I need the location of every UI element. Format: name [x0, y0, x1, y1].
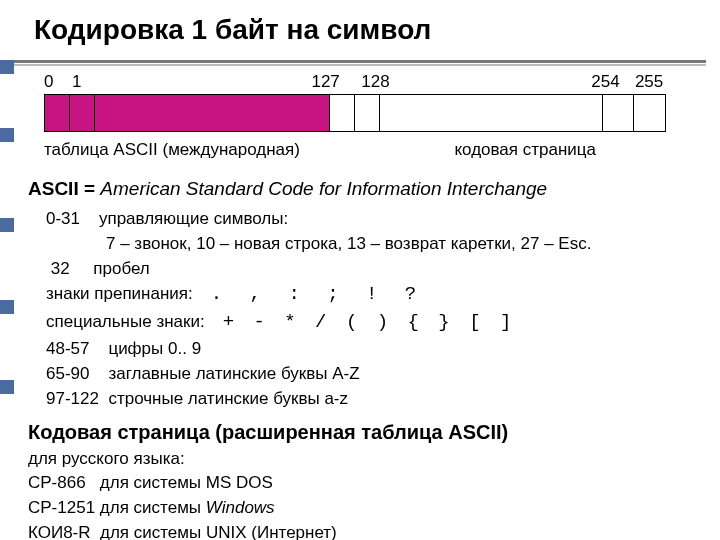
- cp1251-windows: Windows: [206, 498, 275, 517]
- cp866-row: CP-866 для системы MS DOS: [28, 472, 692, 495]
- title-underline: [14, 60, 706, 68]
- punct-label: знаки препинания:: [46, 283, 193, 306]
- byte-row: [44, 94, 666, 132]
- byte-num-0: 0: [44, 72, 53, 92]
- codepage-label: кодовая страница: [454, 140, 596, 160]
- codepage-sub: для русского языка:: [28, 448, 692, 471]
- byte-num-1: 1: [72, 72, 81, 92]
- koi8-name: КОИ8-R: [28, 523, 91, 540]
- digits-row: 48-57 цифры 0.. 9: [46, 338, 692, 361]
- side-dots: [0, 0, 14, 540]
- punct-chars: . , : ; ! ?: [211, 282, 424, 308]
- upper-row: 65-90 заглавные латинские буквы A-Z: [46, 363, 692, 386]
- ascii-rhs: American Standard Code for Information I…: [100, 178, 547, 199]
- control-label: управляющие символы:: [99, 209, 288, 228]
- lower-row: 97-122 строчные латинские буквы a-z: [46, 388, 692, 411]
- digits-label: цифры 0.. 9: [108, 339, 201, 358]
- special-row: специальные знаки: + - * / ( ) { } [ ]: [46, 310, 692, 336]
- lower-range: 97-122: [46, 389, 99, 408]
- byte-num-255: 255: [635, 72, 663, 92]
- koi8-row: КОИ8-R для системы UNIX (Интернет): [28, 522, 692, 540]
- cp1251-row: CP-1251 для системы Windows: [28, 497, 692, 520]
- codepage-heading: Кодовая страница (расширенная таблица AS…: [28, 419, 692, 446]
- upper-label: заглавные латинские буквы A-Z: [108, 364, 359, 383]
- byte-num-128: 128: [361, 72, 389, 92]
- ascii-table-label: таблица ASCII (международная): [44, 140, 300, 160]
- punct-row: знаки препинания: . , : ; ! ?: [46, 282, 692, 308]
- cp866-desc: для системы MS DOS: [100, 473, 273, 492]
- space-row: 32 пробел: [46, 258, 692, 281]
- byte-num-254: 254: [591, 72, 619, 92]
- ascii-definition: ASCII = American Standard Code for Infor…: [28, 176, 692, 202]
- control-detail: 7 – звонок, 10 – новая строка, 13 – возв…: [106, 233, 692, 256]
- digits-range: 48-57: [46, 339, 89, 358]
- special-chars: + - * / ( ) { } [ ]: [223, 310, 516, 336]
- byte-diagram: 0 1 127 128 254 255 таблица ASCII (между…: [14, 72, 706, 172]
- lower-label: строчные латинские буквы a-z: [108, 389, 348, 408]
- koi8-desc: для системы UNIX (Интернет): [100, 523, 337, 540]
- cp866-name: CP-866: [28, 473, 86, 492]
- page-title: Кодировка 1 байт на символ: [34, 14, 706, 46]
- control-range: 0-31: [46, 209, 80, 228]
- space-range: 32: [51, 259, 70, 278]
- space-label: пробел: [93, 259, 149, 278]
- cp1251-name: CP-1251: [28, 498, 95, 517]
- upper-range: 65-90: [46, 364, 89, 383]
- control-chars-row: 0-31 управляющие символы:: [46, 208, 692, 231]
- ascii-lhs: ASCII =: [28, 178, 100, 199]
- special-label: специальные знаки:: [46, 311, 205, 334]
- cp1251-pre: для системы: [100, 498, 206, 517]
- byte-num-127: 127: [311, 72, 339, 92]
